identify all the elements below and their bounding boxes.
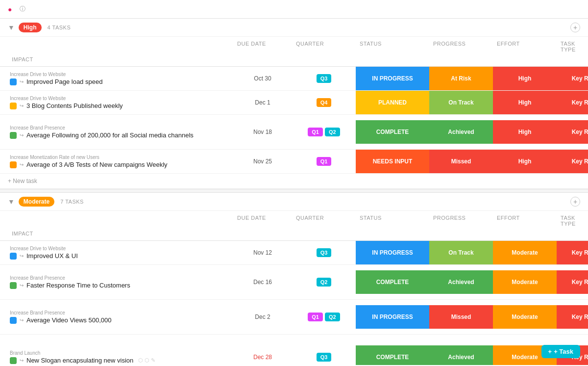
task-name[interactable]: New Slogan encapsulating new vision <box>26 357 133 364</box>
status-cell: PLANNED <box>356 91 429 114</box>
effort-badge: High <box>493 67 557 90</box>
task-checkbox[interactable] <box>10 253 17 260</box>
subtask-icon: ↪ <box>20 162 24 167</box>
col-task-high <box>8 39 233 54</box>
task-name-row[interactable]: ↪ Average Video Views 500,000 <box>10 316 231 324</box>
status-badge: IN PROGRESS <box>356 67 429 90</box>
new-task-row[interactable]: + New task <box>0 174 588 189</box>
task-checkbox[interactable] <box>10 357 17 364</box>
subtask-icon: ↪ <box>20 283 24 288</box>
add-task-bar: ++ Task <box>541 345 580 358</box>
expand-icon-moderate[interactable]: ▼ <box>8 198 15 206</box>
task-checkbox[interactable] <box>10 317 17 324</box>
quarter-tags: Q3 <box>317 353 332 362</box>
quarter-tags: Q3 <box>317 248 332 257</box>
table-row: Increase Drive to Website ↪ Improved UX … <box>0 241 588 265</box>
subtask-icon: ↪ <box>20 317 24 323</box>
progress-cell: On Track <box>429 241 493 264</box>
subtask-icon: ↪ <box>20 358 24 363</box>
subtask-icon: ↪ <box>20 79 24 84</box>
quarter-tag: Q2 <box>325 128 340 136</box>
tasktype-cell: Key Results <box>557 270 588 294</box>
task-info: Increase Brand Presence ↪ Faster Respons… <box>8 272 233 292</box>
task-name[interactable]: Improved UX & UI <box>26 252 78 260</box>
priority-badge-high: High <box>19 23 42 32</box>
col-impact-moderate: IMPACT <box>8 229 233 238</box>
row-actions[interactable]: ⬡ ⬡ ✎ <box>138 357 155 364</box>
task-name[interactable]: Improved Page load speed <box>26 78 102 85</box>
task-info: Increase Drive to Website ↪ Improved UX … <box>8 243 233 262</box>
effort-badge: High <box>493 91 557 114</box>
progress-cell: Achieved <box>429 120 493 144</box>
effort-cell: High <box>493 150 557 173</box>
status-badge: IN PROGRESS <box>356 305 429 329</box>
effort-cell: High <box>493 67 557 90</box>
status-cell: NEEDS INPUT <box>356 150 429 173</box>
task-checkbox[interactable] <box>10 161 17 168</box>
task-checkbox[interactable] <box>10 78 17 85</box>
task-info: Brand Launch ↪ New Slogan encapsulating … <box>8 347 233 365</box>
due-date: Nov 25 <box>253 158 272 165</box>
effort-cell: Moderate <box>493 241 557 264</box>
tasktype-badge: Key Results <box>557 67 588 90</box>
task-name-row[interactable]: ↪ Average of 3 A/B Tests of New campaign… <box>10 161 231 168</box>
quarter-cell: Q3 <box>292 351 356 364</box>
quarter-cell: Q1Q2 <box>292 126 356 138</box>
task-checkbox[interactable] <box>10 132 17 139</box>
table-row: Increase Brand Presence ↪ Average Follow… <box>0 115 588 150</box>
task-name[interactable]: Average Following of 200,000 for all Soc… <box>26 131 194 139</box>
subtask-icon: ↪ <box>20 132 24 138</box>
task-name[interactable]: Average Video Views 500,000 <box>26 316 111 324</box>
table-row: Increase Monetization Rate of new Users … <box>0 150 588 174</box>
task-name[interactable]: 3 Blog Contents Published weekly <box>26 102 123 109</box>
task-count-high: 4 TASKS <box>48 25 71 30</box>
table-row: Increase Drive to Website ↪ 3 Blog Conte… <box>0 91 588 115</box>
app-header: ● ⓘ <box>0 0 588 19</box>
col-duedate-moderate: DUE DATE <box>233 213 292 229</box>
task-name-row[interactable]: ↪ Improved Page load speed <box>10 78 231 85</box>
task-category: Increase Monetization Rate of new Users <box>10 155 231 160</box>
status-cell: IN PROGRESS <box>356 305 429 329</box>
due-date: Dec 1 <box>255 99 270 106</box>
effort-cell: High <box>493 91 557 114</box>
progress-badge: Achieved <box>429 120 493 144</box>
task-name[interactable]: Faster Response Time to Customers <box>26 282 130 289</box>
task-info: Increase Monetization Rate of new Users … <box>8 152 233 171</box>
task-info: Increase Brand Presence ↪ Average Video … <box>8 307 233 327</box>
quarter-cell: Q1 <box>292 155 356 168</box>
task-name-row[interactable]: ↪ Faster Response Time to Customers <box>10 282 231 289</box>
quarter-cell: Q1Q2 <box>292 311 356 323</box>
task-count-moderate: 7 TASKS <box>60 199 84 205</box>
priority-badge-moderate: Moderate <box>19 197 54 207</box>
status-badge: COMPLETE <box>356 270 429 294</box>
effort-badge: Moderate <box>493 305 557 329</box>
expand-icon-high[interactable]: ▼ <box>8 24 15 31</box>
due-date: Nov 12 <box>253 249 272 256</box>
due-date-cell: Dec 28 <box>233 352 292 363</box>
task-name-row[interactable]: ↪ New Slogan encapsulating new vision ⬡ … <box>10 357 231 364</box>
tasktype-badge: Key Results <box>557 150 588 173</box>
task-name-row[interactable]: ↪ Improved UX & UI <box>10 252 231 260</box>
task-checkbox[interactable] <box>10 103 17 109</box>
tasktype-badge: Key Results <box>557 305 588 329</box>
task-name-row[interactable]: ↪ Average Following of 200,000 for all S… <box>10 131 231 139</box>
add-group-high[interactable]: + <box>570 23 580 32</box>
task-category: Increase Drive to Website <box>10 246 231 251</box>
status-badge: PLANNED <box>356 91 429 114</box>
col-task-moderate <box>8 213 233 229</box>
table-row: Increase Drive to Website ↪ Improved Pag… <box>0 67 588 91</box>
progress-cell: Missed <box>429 150 493 173</box>
quarter-tag: Q3 <box>317 248 332 257</box>
section-divider <box>0 189 588 193</box>
task-name[interactable]: Average of 3 A/B Tests of New campaigns … <box>26 161 168 168</box>
task-name-row[interactable]: ↪ 3 Blog Contents Published weekly <box>10 102 231 109</box>
task-category: Increase Brand Presence <box>10 125 231 131</box>
col-progress-moderate: PROGRESS <box>429 213 493 229</box>
status-cell: IN PROGRESS <box>356 241 429 264</box>
add-task-button[interactable]: ++ Task <box>541 345 580 358</box>
task-category: Increase Drive to Website <box>10 96 231 101</box>
add-group-moderate[interactable]: + <box>570 197 580 207</box>
info-icon[interactable]: ⓘ <box>20 5 25 13</box>
task-checkbox[interactable] <box>10 282 17 289</box>
progress-badge: On Track <box>429 91 493 114</box>
